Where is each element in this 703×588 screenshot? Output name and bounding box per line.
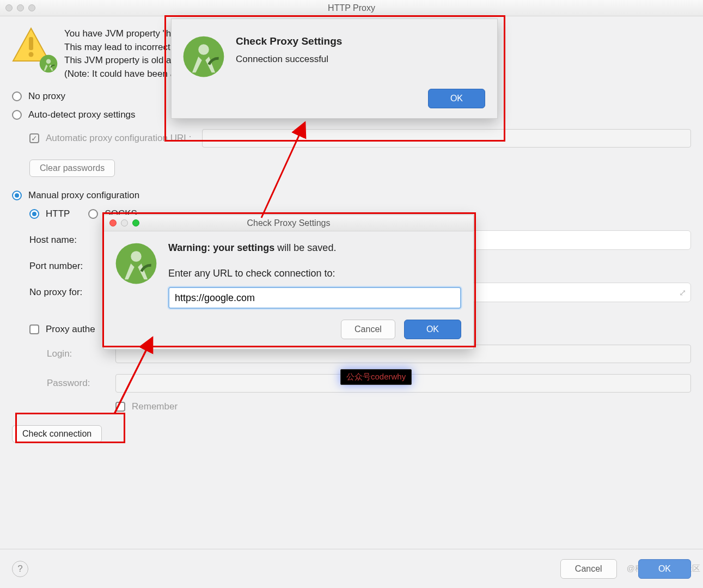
svg-rect-1 — [29, 37, 33, 50]
radio-icon — [12, 191, 22, 200]
clear-passwords-button[interactable]: Clear passwords — [29, 160, 115, 177]
dialog-close-icon[interactable] — [109, 219, 117, 226]
android-studio-icon — [182, 35, 225, 78]
svg-point-4 — [46, 59, 51, 64]
dialog-ok-label: OK — [426, 324, 439, 334]
traffic-lights — [5, 4, 35, 11]
check-connection-label: Check connection — [22, 429, 91, 439]
url-input[interactable] — [168, 287, 461, 309]
footer-bar: ? Cancel @稀土掘金技术社区 OK — [0, 549, 703, 588]
dialog-cancel-button[interactable]: Cancel — [341, 320, 395, 339]
remember-row: Remember — [115, 401, 691, 412]
radio-icon — [12, 110, 22, 120]
manual-proxy-label: Manual proxy configuration — [28, 190, 139, 201]
dialog-minimize-icon[interactable] — [121, 219, 128, 226]
remember-label: Remember — [132, 401, 178, 412]
dialog-title: Check Proxy Settings — [104, 218, 473, 228]
dialog-cancel-label: Cancel — [354, 324, 382, 334]
traffic-close[interactable] — [5, 4, 13, 11]
password-label: Password: — [47, 378, 107, 389]
proxy-auth-label: Proxy authe — [46, 324, 95, 335]
footer-cancel-label: Cancel — [575, 564, 602, 574]
dialog-titlebar: Check Proxy Settings — [104, 215, 473, 231]
dialog-ok-button[interactable]: OK — [404, 320, 461, 339]
svg-point-5 — [116, 243, 157, 284]
android-studio-badge-icon — [39, 54, 58, 73]
auto-config-url-input — [202, 129, 691, 148]
http-option[interactable]: HTTP — [29, 209, 70, 219]
dialog-warning-text: Warning: your settings will be saved. — [168, 242, 461, 254]
window-titlebar: HTTP Proxy — [0, 0, 703, 16]
noproxy-for-label: No proxy for: — [29, 287, 106, 298]
footer-ok-button[interactable]: OK — [638, 559, 691, 579]
host-label: Host name: — [29, 235, 106, 246]
traffic-zoom[interactable] — [28, 4, 35, 11]
checkbox-icon — [115, 402, 125, 412]
radio-icon — [12, 91, 22, 101]
auto-config-url-row: ✓ Automatic proxy configuration URL: — [29, 129, 691, 148]
success-ok-label: OK — [450, 94, 463, 103]
radio-icon — [29, 209, 39, 219]
manual-proxy-option[interactable]: Manual proxy configuration — [12, 190, 691, 201]
check-proxy-success-dialog: Check Proxy Settings Connection successf… — [171, 19, 498, 119]
no-proxy-label: No proxy — [28, 91, 65, 102]
auto-detect-label: Auto-detect proxy settings — [28, 109, 136, 120]
window-title: HTTP Proxy — [0, 3, 703, 13]
svg-point-6 — [131, 251, 142, 262]
radio-icon — [88, 209, 98, 219]
port-label: Port number: — [29, 261, 106, 272]
checkbox-icon: ✓ — [29, 133, 39, 143]
http-label: HTTP — [46, 209, 70, 219]
warning-icon — [12, 27, 54, 70]
success-ok-button[interactable]: OK — [428, 89, 485, 108]
svg-point-7 — [184, 36, 224, 77]
check-proxy-url-dialog: Check Proxy Settings Warning: your setti… — [103, 215, 474, 350]
success-title: Check Proxy Settings — [236, 35, 485, 47]
help-icon: ? — [17, 564, 22, 574]
svg-point-2 — [29, 52, 34, 57]
success-message: Connection successful — [236, 54, 485, 65]
footer-ok-label: OK — [658, 564, 671, 574]
auto-config-url-label: Automatic proxy configuration URL: — [46, 133, 191, 144]
expand-icon[interactable]: ⤢ — [679, 287, 686, 298]
checkbox-icon — [29, 324, 39, 334]
footer-cancel-button[interactable]: Cancel — [560, 559, 617, 579]
watermark-badge: 公众号coderwhy — [340, 369, 412, 385]
svg-point-8 — [198, 44, 209, 55]
help-button[interactable]: ? — [12, 561, 28, 577]
login-label: Login: — [47, 348, 107, 359]
clear-passwords-label: Clear passwords — [40, 163, 105, 173]
traffic-minimize[interactable] — [17, 4, 24, 11]
android-studio-icon — [115, 242, 157, 285]
check-connection-button[interactable]: Check connection — [12, 425, 102, 443]
dialog-zoom-icon[interactable] — [132, 219, 139, 226]
dialog-prompt: Enter any URL to check connection to: — [168, 268, 461, 279]
